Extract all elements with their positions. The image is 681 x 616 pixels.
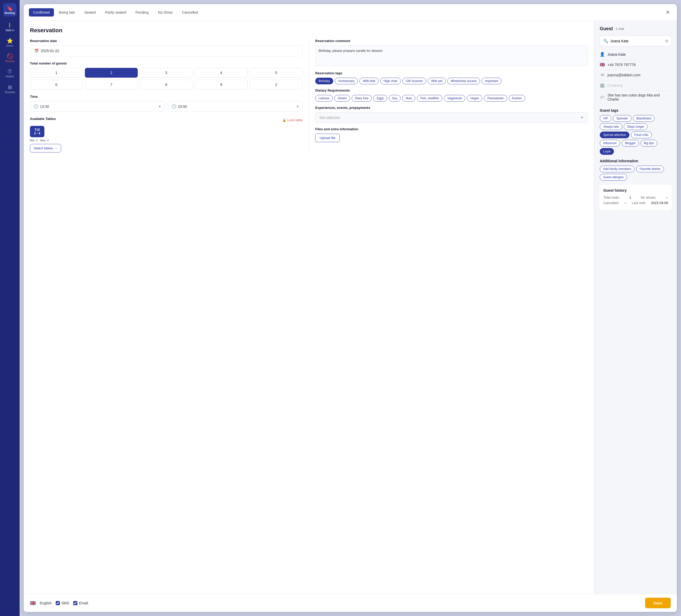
tag-wheelchair[interactable]: Wheelchair access [447, 78, 480, 84]
email-checkbox-wrap[interactable]: Email [73, 601, 88, 605]
gtag-spender[interactable]: Spender [613, 115, 631, 122]
gtag-blacklisted[interactable]: Blacklisted [633, 115, 654, 122]
sms-checkbox-wrap[interactable]: SMS [56, 601, 69, 605]
time-start-wrap[interactable]: 🕐 13:30 ▼ [30, 101, 165, 112]
table-range: 2 - 4 [33, 132, 41, 135]
tab-being-late[interactable]: Being late [55, 8, 79, 17]
email-checkbox[interactable] [73, 601, 77, 605]
tag-anniversary[interactable]: Anniversary [335, 78, 358, 84]
guest-search-input[interactable] [610, 39, 663, 43]
tab-no-show[interactable]: No Show [154, 8, 177, 17]
tag-birthday[interactable]: Birthday [315, 78, 333, 84]
chevron-down-start: ▼ [158, 105, 161, 108]
dietary-vegan[interactable]: Vegan [467, 95, 482, 102]
guest-count-9[interactable]: 9 [195, 80, 248, 89]
guest-company: Company [607, 83, 623, 87]
select-tables-button[interactable]: Select tables → [30, 144, 61, 152]
gtag-vip[interactable]: VIP [600, 115, 611, 122]
sidebar-item-event[interactable]: ⭐ Event [2, 35, 18, 50]
tab-pending[interactable]: Pending [131, 8, 153, 17]
guest-phone: +44 7878 787776 [607, 63, 636, 67]
lock-icon: 🔒 [282, 118, 286, 122]
guest-count-plus[interactable]: 2 [250, 80, 303, 89]
guest-email: joanna@tablein.com [607, 73, 640, 77]
sms-checkbox[interactable] [56, 601, 60, 605]
guest-count-7[interactable]: 7 [85, 80, 138, 89]
guest-count-4[interactable]: 4 [195, 68, 248, 78]
guest-tags-section: Guest tags VIP Spender Blacklisted Alway… [600, 108, 672, 155]
dietary-label: Dietary Requirements [315, 88, 588, 92]
tag-with-pet[interactable]: With pet [428, 78, 446, 84]
gtag-influencer[interactable]: Influencer [600, 140, 620, 147]
time-start-select[interactable]: 13:30 [40, 104, 157, 109]
lock-table-button[interactable]: 🔒 Lock table [282, 118, 303, 122]
event-label: Event [6, 44, 13, 47]
dietary-lactose[interactable]: Lactose [315, 95, 333, 102]
tables-label: Available Tables [30, 117, 56, 121]
gtag-food-critic[interactable]: Food critic [631, 132, 652, 138]
last-visit-val: 2022-04-06 [651, 201, 668, 205]
sidebar-item-waitlist[interactable]: ⏱ Waitlist [2, 66, 18, 80]
guest-count-3[interactable]: 3 [140, 68, 193, 78]
person-icon: 👤 [600, 52, 605, 57]
guest-count-2[interactable]: 2 [85, 68, 138, 78]
favorite-dishes-tag[interactable]: Favorite dishes [636, 165, 664, 172]
dietary-vegetarian[interactable]: Vegetarian [444, 95, 465, 102]
guest-count-6[interactable]: 6 [30, 80, 83, 89]
gtag-special-attention[interactable]: Special attention [600, 132, 629, 138]
dietary-eggs[interactable]: Eggs [373, 95, 387, 102]
guest-allergies-tag[interactable]: Guest allergies [600, 174, 627, 181]
comment-label: Reservation comment [315, 39, 588, 43]
date-box[interactable]: 📅 2025-01-22 [30, 45, 303, 56]
calendar-icon: 📅 [34, 49, 39, 53]
comment-box[interactable]: Birthday, please prepare candle for dess… [315, 45, 588, 66]
dietary-soy[interactable]: Soy [389, 95, 401, 102]
time-label: Time [30, 95, 303, 99]
save-button[interactable]: Save [645, 598, 671, 608]
upload-file-button[interactable]: Upload file [315, 134, 340, 142]
tag-high-chair[interactable]: High chair [380, 78, 401, 84]
gtag-always-late[interactable]: Always late [600, 123, 622, 130]
dietary-pescetarian[interactable]: Pescetarian [484, 95, 507, 102]
dietary-gluten[interactable]: Gluten [334, 95, 350, 102]
time-end-wrap[interactable]: 🕐 15:00 ▼ [168, 101, 303, 112]
time-end-select[interactable]: 15:00 [178, 104, 295, 109]
gtag-stays-longer[interactable]: Stays longer [624, 123, 648, 130]
dietary-kosher[interactable]: Kosher [509, 95, 525, 102]
add-family-members-tag[interactable]: Add family members [600, 165, 635, 172]
tag-with-kids[interactable]: With kids [359, 78, 379, 84]
last-visit-label: Last visit: [632, 201, 646, 205]
clear-search-button[interactable]: ⊗ [665, 38, 669, 43]
sidebar-logo[interactable]: 🔖 Booking [3, 3, 17, 17]
guest-search-box[interactable]: 🔍 ⊗ [600, 35, 672, 46]
gtag-blogger[interactable]: Blogger [622, 140, 639, 147]
main-area: Confirmed Being late Seated Partly seate… [20, 0, 681, 616]
tab-seated[interactable]: Seated [80, 8, 100, 17]
tag-important[interactable]: Important [482, 78, 502, 84]
guest-count-8[interactable]: 8 [140, 80, 193, 89]
sidebar-item-walkin[interactable]: 🚶 Walk-in [2, 20, 18, 34]
additional-info-title: Additional information [600, 159, 672, 163]
reservation-panel: Reservation Reservation date 📅 2025-01-2… [24, 21, 594, 594]
company-icon: 🏢 [600, 83, 605, 88]
dietary-fish-shellfish[interactable]: Fish, shellfish [417, 95, 443, 102]
gtag-big-tips[interactable]: Big tips [640, 140, 657, 147]
tab-cancelled[interactable]: Cancelled [178, 8, 202, 17]
gtag-loyal[interactable]: Loyal [600, 148, 614, 155]
close-button[interactable]: ✕ [663, 8, 672, 17]
dietary-nuts[interactable]: Nuts [402, 95, 415, 102]
sidebar-item-blocked[interactable]: 🚫 Blocked [2, 51, 18, 65]
guest-count-1[interactable]: 1 [30, 68, 83, 78]
tab-partly-seated[interactable]: Partly seated [101, 8, 130, 17]
sidebar-logo-label: Booking [5, 11, 15, 15]
sidebar: 🔖 Booking 🚶 Walk-in ⭐ Event 🚫 Blocked ⏱ … [0, 0, 20, 616]
experiences-select[interactable]: Not selected ▼ [315, 112, 588, 123]
sidebar-item-template[interactable]: ⊞ Template [2, 81, 18, 96]
dietary-diary-free[interactable]: Diary free [352, 95, 372, 102]
guest-history: Guest history Total visits: 1 No shows: … [600, 185, 672, 210]
guest-name-row: 👤 Joana Kate [600, 49, 672, 59]
tag-gift-voucher[interactable]: Gift Voucher [402, 78, 426, 84]
tab-confirmed[interactable]: Confirmed [29, 8, 54, 17]
lock-table-label: Lock table [287, 118, 303, 122]
guest-count-5[interactable]: 5 [250, 68, 303, 78]
